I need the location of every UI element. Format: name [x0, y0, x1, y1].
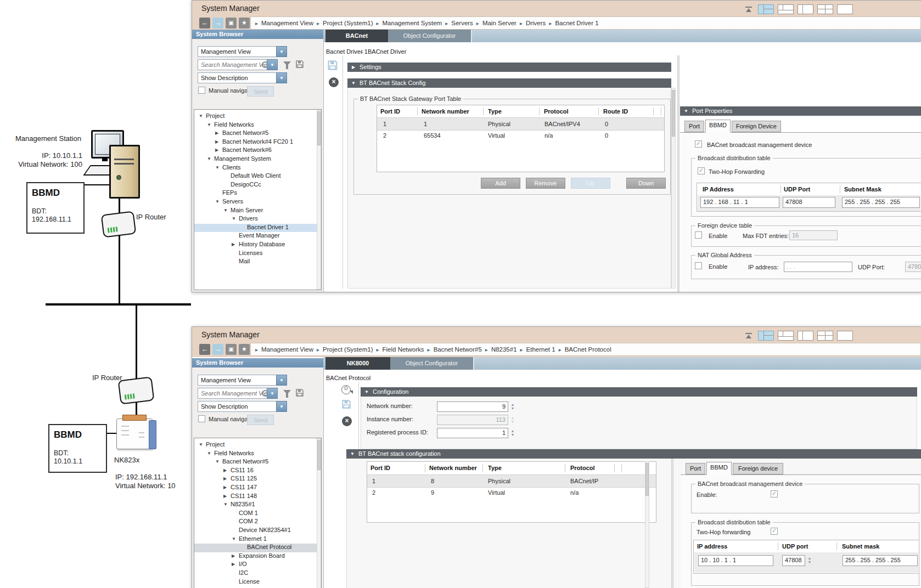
tree-item[interactable]: ▶CS11 16: [194, 467, 321, 476]
manual-navigation-checkbox[interactable]: [198, 87, 205, 94]
nat-ip-field[interactable]: . . .: [784, 262, 852, 272]
network-number-field[interactable]: 9: [437, 402, 508, 412]
tab-port[interactable]: Port: [686, 463, 705, 474]
tree-item[interactable]: ▼Servers: [194, 198, 321, 207]
expand-arrow-icon[interactable]: ▶: [232, 242, 239, 247]
filter-icon[interactable]: [283, 390, 291, 394]
tree-item[interactable]: I2C: [194, 569, 321, 578]
tree-item[interactable]: ▼Project: [194, 112, 321, 121]
layout-bottom-panel-icon[interactable]: [778, 331, 794, 341]
breadcrumb-item[interactable]: Management System: [383, 20, 442, 26]
two-hop-checkbox[interactable]: [698, 167, 705, 174]
tab-port[interactable]: Port: [684, 121, 704, 132]
tree-scrollbar[interactable]: [317, 438, 321, 588]
view-selector[interactable]: Management View ▼: [198, 46, 287, 57]
tab-bbmd[interactable]: BBMD: [705, 120, 731, 133]
collapse-panel-icon[interactable]: [744, 6, 753, 13]
search-dropdown-icon[interactable]: ▼: [267, 59, 278, 70]
tree-item[interactable]: ▶CS11 125: [194, 475, 321, 484]
column-header[interactable]: Subnet mask: [842, 540, 879, 552]
tab-object-configurator[interactable]: Object Configurator: [390, 357, 474, 370]
add-button[interactable]: Add: [481, 178, 520, 189]
collapse-arrow-icon[interactable]: ▼: [199, 114, 206, 118]
tree-scrollbar[interactable]: [317, 110, 321, 290]
bdt-ip-field[interactable]: 192 . 168 . 11 . 1: [700, 197, 779, 208]
breadcrumb-item[interactable]: Ethernet 1: [526, 346, 555, 353]
expand-arrow-icon[interactable]: ▶: [215, 139, 222, 144]
tree-item[interactable]: Bacnet Driver 1: [194, 224, 321, 233]
export-icon[interactable]: ⊙: [341, 385, 351, 394]
scrollbar-thumb[interactable]: [317, 440, 321, 470]
collapse-arrow-icon[interactable]: ▼: [215, 459, 222, 464]
expand-arrow-icon[interactable]: ▶: [232, 562, 239, 567]
scrollbar-thumb[interactable]: [317, 111, 321, 145]
section-port-properties[interactable]: ▼Port Properties: [680, 106, 921, 116]
tab-foreign-device[interactable]: Foreign device: [733, 463, 783, 474]
scrollbar-thumb[interactable]: [645, 463, 649, 496]
tree-item[interactable]: ▼N8235#1: [194, 501, 321, 510]
content-scrollbar[interactable]: [645, 461, 649, 588]
max-fdt-field[interactable]: 16: [789, 230, 838, 240]
breadcrumb-item[interactable]: Drivers: [526, 20, 546, 26]
tree-item[interactable]: ▼Clients: [194, 164, 321, 173]
section-stack-config[interactable]: ▼BT BACnet Stack Config: [347, 78, 671, 88]
spinner-stepper[interactable]: ▲▼: [509, 402, 516, 412]
view-selector[interactable]: Management View ▼: [198, 375, 287, 386]
back-icon[interactable]: ←: [199, 18, 210, 29]
save-icon[interactable]: [327, 60, 338, 71]
expand-arrow-icon[interactable]: ▶: [223, 494, 231, 499]
registered-process-id-field[interactable]: 1: [437, 428, 508, 438]
tree-item[interactable]: ▼Project: [194, 441, 321, 450]
tab-nk8000[interactable]: NK8000: [325, 357, 390, 370]
nat-enable-checkbox[interactable]: [695, 262, 702, 269]
bdt-mask-field[interactable]: 255 . 255 . 255 . 255: [842, 197, 920, 208]
tree-item[interactable]: License: [194, 578, 321, 587]
recent-locations-icon[interactable]: ▣: [226, 18, 237, 29]
chevron-down-icon[interactable]: ▼: [276, 401, 287, 412]
breadcrumb-item[interactable]: Management View: [261, 20, 313, 26]
bdt-ip-field[interactable]: 10 . 10 . 1 . 1: [698, 555, 773, 566]
search-dropdown-icon[interactable]: ▼: [267, 388, 278, 399]
pane-splitter[interactable]: [671, 459, 673, 588]
breadcrumb-item[interactable]: Field Networks: [383, 346, 424, 353]
chevron-down-icon[interactable]: ▼: [276, 375, 287, 386]
table-row[interactable]: 29Virtualn/a: [367, 487, 656, 499]
filter-icon[interactable]: [283, 61, 291, 66]
save-search-icon[interactable]: [295, 388, 304, 397]
save-search-icon[interactable]: [295, 60, 304, 69]
expand-arrow-icon[interactable]: ▶: [232, 553, 239, 558]
layout-left-panel-icon[interactable]: [798, 4, 813, 14]
tree-item[interactable]: COM 2: [194, 518, 321, 527]
breadcrumb-item[interactable]: Bacnet Networ#5: [434, 346, 482, 353]
spinner-stepper[interactable]: ▲▼: [509, 428, 516, 438]
tree-item[interactable]: ▼Drivers: [194, 215, 321, 224]
collapse-arrow-icon[interactable]: ▼: [232, 536, 239, 541]
tree-item[interactable]: ▼Bacnet Networ#5: [194, 458, 321, 467]
layout-split-right-icon[interactable]: [758, 331, 774, 341]
tree-item[interactable]: Mail: [194, 258, 321, 267]
spinner-stepper[interactable]: ▲▼: [806, 555, 813, 566]
tree-item[interactable]: ▶CS11 148: [194, 493, 321, 501]
tree-item[interactable]: ▼Ethernet 1: [194, 535, 321, 544]
tree-item[interactable]: ▼Field Networks: [194, 450, 321, 459]
expand-arrow-icon[interactable]: ▶: [215, 131, 222, 135]
tree-item[interactable]: COM 1: [194, 510, 321, 518]
column-header[interactable]: IP address: [697, 540, 727, 552]
tree-item[interactable]: ▶Expansion Board: [194, 552, 321, 561]
layout-single-pane-icon[interactable]: [837, 331, 853, 341]
collapse-arrow-icon[interactable]: ▼: [232, 216, 239, 221]
tree-item[interactable]: ▶Bacnet Network#6: [194, 146, 321, 155]
collapse-arrow-icon[interactable]: ▼: [223, 502, 231, 507]
column-header[interactable]: Port ID: [380, 105, 400, 117]
layout-four-pane-icon[interactable]: [817, 331, 833, 341]
collapse-arrow-icon[interactable]: ▼: [207, 451, 214, 456]
bdt-udp-field[interactable]: 47808: [783, 197, 835, 208]
tab-object-configurator[interactable]: Object Configurator: [388, 30, 472, 42]
bdt-udp-field[interactable]: 47808: [782, 555, 805, 566]
breadcrumb-item[interactable]: Bacnet Driver 1: [555, 20, 598, 26]
collapse-arrow-icon[interactable]: ▼: [215, 165, 222, 170]
column-header[interactable]: Network number: [429, 462, 477, 474]
favorites-star-icon[interactable]: ★: [239, 18, 250, 29]
pane-splitter[interactable]: [677, 55, 679, 292]
down-button[interactable]: Down: [626, 178, 666, 189]
